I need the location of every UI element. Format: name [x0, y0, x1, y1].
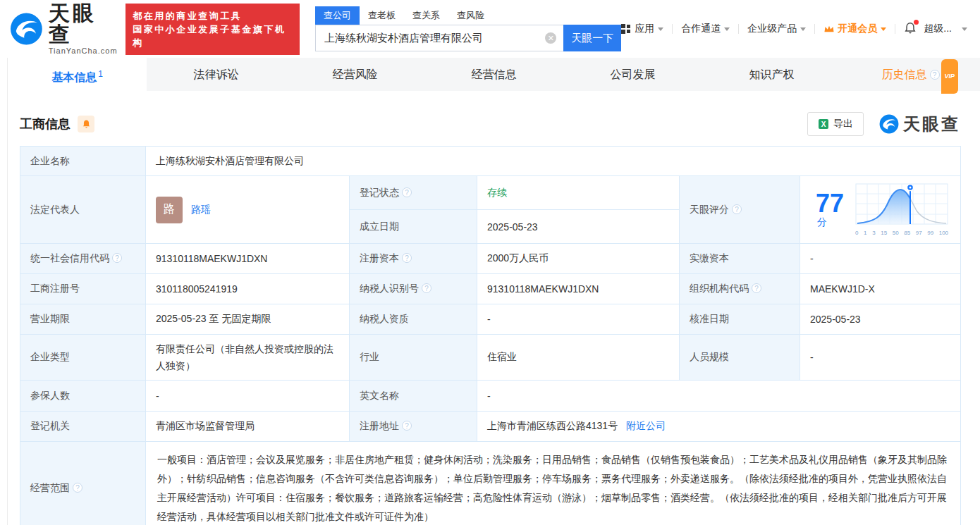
notification-bell[interactable] — [904, 22, 917, 37]
search-button[interactable]: 天眼一下 — [563, 25, 621, 51]
approval-date-value: 2025-05-23 — [800, 304, 961, 335]
search-tab-boss[interactable]: 查老板 — [360, 6, 404, 25]
tab-operation-risk[interactable]: 经营风险 — [286, 58, 424, 91]
search-tabs: 查公司 查老板 查关系 查风险 — [315, 6, 621, 25]
nav-open-vip[interactable]: 开通会员 — [823, 23, 886, 35]
apps-grid-icon — [621, 24, 631, 34]
nav-enterprise-products[interactable]: 企业级产品 — [747, 23, 806, 35]
help-icon[interactable]: ? — [402, 421, 412, 431]
svg-text:X: X — [821, 121, 826, 128]
search-tab-risk[interactable]: 查风险 — [448, 6, 493, 25]
business-info-table: 企业名称 上海练秋湖安朴酒店管理有限公司 法定代表人 路 路瑶 登记状态? 存续… — [20, 146, 961, 525]
help-icon[interactable]: ? — [732, 204, 742, 214]
watermark-logo: 天眼查 — [879, 113, 960, 135]
section-head: 工商信息 X 导出 天眼查 — [20, 91, 960, 136]
taxpayer-quality-value: - — [477, 304, 680, 335]
business-term-label: 营业期限 — [20, 304, 146, 335]
paid-capital-value: - — [800, 244, 961, 274]
reg-status-value: 存续 — [477, 176, 680, 210]
legal-rep-link[interactable]: 路瑶 — [191, 204, 211, 216]
reg-authority-label: 登记机关 — [20, 412, 146, 442]
brand-domain: TianYanCha.com — [49, 47, 118, 55]
nav-account[interactable]: 超级... — [924, 23, 967, 35]
reg-address-value: 上海市青浦区练西公路4131号 附近公司 — [477, 412, 961, 442]
crown-icon — [823, 24, 835, 34]
business-scope-label: 经营范围? — [20, 442, 146, 525]
business-scope-value: 一般项目：酒店管理；会议及展览服务；非居住房地产租赁；健身休闲活动；洗染服务；日… — [146, 442, 961, 525]
chevron-down-icon — [724, 27, 730, 31]
nav-cooperation[interactable]: 合作通道 — [681, 23, 730, 35]
org-code-value: MAEKWJ1D-X — [800, 274, 961, 304]
help-icon[interactable]: ? — [752, 283, 761, 293]
score-chart — [855, 183, 948, 227]
legal-rep-label: 法定代表人 — [20, 176, 146, 244]
bell-icon — [82, 119, 91, 129]
tab-company-development[interactable]: 公司发展 — [563, 58, 702, 91]
search-tab-relation[interactable]: 查关系 — [404, 6, 448, 25]
nav-apps[interactable]: 应用 — [621, 23, 663, 35]
establish-date-label: 成立日期 — [350, 210, 477, 244]
staff-size-label: 人员规模 — [680, 335, 800, 381]
section-title: 工商信息 — [20, 116, 71, 132]
industry-label: 行业 — [350, 335, 477, 381]
export-button[interactable]: X 导出 — [807, 112, 864, 136]
paid-capital-label: 实缴资本 — [680, 244, 800, 274]
table-row: 企业名称 上海练秋湖安朴酒店管理有限公司 — [20, 147, 961, 176]
chevron-down-icon — [881, 27, 886, 31]
table-row: 法定代表人 路 路瑶 登记状态? 存续 天眼评分? 77分 — [20, 176, 961, 210]
tab-count-badge: 1 — [98, 69, 103, 79]
score-number: 77 — [816, 189, 844, 218]
search-input[interactable] — [315, 25, 563, 51]
vip-badge: VIP — [941, 59, 959, 94]
tab-basic-info[interactable]: 基本信息1 — [8, 58, 147, 91]
site-header: 天眼查 TianYanCha.com 都在用的商业查询工具 国家中小企业发展子基… — [0, 0, 980, 58]
company-name-label: 企业名称 — [20, 147, 146, 176]
help-icon[interactable]: ? — [422, 283, 431, 293]
slogan-badge: 都在用的商业查询工具 国家中小企业发展子基金旗下机构 — [125, 4, 300, 55]
help-icon[interactable]: ? — [112, 253, 122, 263]
subscribe-bell-button[interactable] — [78, 116, 94, 132]
search-tab-company[interactable]: 查公司 — [315, 6, 360, 25]
credit-code-value: 91310118MAEKWJ1DXN — [146, 244, 350, 274]
tab-legal-proceedings[interactable]: 法律诉讼 — [147, 58, 286, 91]
help-icon[interactable]: ? — [402, 187, 412, 197]
org-code-label: 组织机构代码? — [680, 274, 800, 304]
chevron-down-icon — [658, 27, 663, 31]
chevron-down-icon — [962, 27, 967, 31]
excel-icon: X — [818, 118, 829, 130]
tianyancha-logo-icon — [10, 12, 43, 46]
company-type-label: 企业类型 — [20, 335, 146, 381]
help-icon[interactable]: ? — [402, 253, 412, 263]
reg-address-label: 注册地址? — [350, 412, 477, 442]
insured-count-value: - — [146, 381, 350, 412]
tianyancha-logo-icon — [879, 114, 899, 134]
tab-history-info[interactable]: 历史信息? VIP — [841, 58, 980, 91]
reg-number-label: 工商注册号 — [20, 274, 146, 304]
staff-size-value: - — [800, 335, 961, 381]
status-badge: 存续 — [487, 187, 507, 198]
reg-number-value: 310118005241919 — [146, 274, 350, 304]
tab-intellectual-property[interactable]: 知识产权 — [702, 58, 841, 91]
help-icon[interactable]: ? — [930, 70, 940, 80]
approval-date-label: 核准日期 — [680, 304, 800, 335]
table-row: 经营范围? 一般项目：酒店管理；会议及展览服务；非居住房地产租赁；健身休闲活动；… — [20, 442, 961, 525]
score-label: 天眼评分? — [680, 176, 800, 244]
legal-rep-value: 路 路瑶 — [146, 176, 350, 244]
table-row: 登记机关 青浦区市场监督管理局 注册地址? 上海市青浦区练西公路4131号 附近… — [20, 412, 961, 442]
avatar[interactable]: 路 — [156, 197, 183, 223]
table-row: 企业类型 有限责任公司（非自然人投资或控股的法人独资） 行业 住宿业 人员规模 … — [20, 335, 961, 381]
reg-status-label: 登记状态? — [350, 176, 477, 210]
tianyancha-logo[interactable]: 天眼查 TianYanCha.com — [10, 3, 118, 55]
company-name-value: 上海练秋湖安朴酒店管理有限公司 — [146, 147, 961, 176]
search-block: 查公司 查老板 查关系 查风险 ✕ 天眼一下 — [315, 6, 621, 51]
top-nav: 应用 合作通道 企业级产品 开通会员 超级... — [621, 22, 967, 37]
table-row: 工商注册号 310118005241919 纳税人识别号? 91310118MA… — [20, 274, 961, 304]
help-icon[interactable]: ? — [73, 483, 82, 493]
score-axis: 01 315 5085 9799 100 — [855, 230, 948, 236]
score-value: 77分 — [800, 176, 961, 244]
reg-authority-value: 青浦区市场监督管理局 — [146, 412, 350, 442]
brand-name: 天眼查 — [49, 3, 118, 45]
nearby-companies-link[interactable]: 附近公司 — [626, 420, 666, 431]
tab-operation-info[interactable]: 经营信息 — [424, 58, 563, 91]
detail-tabbar: 基本信息1 法律诉讼 经营风险 经营信息 公司发展 知识产权 历史信息? VIP — [7, 58, 980, 91]
